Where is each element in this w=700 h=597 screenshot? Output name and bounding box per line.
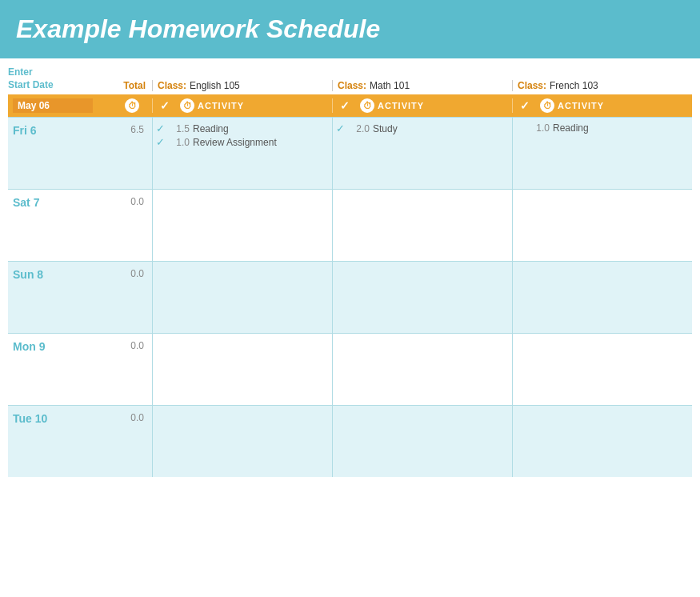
- class-data-segment: [512, 190, 692, 261]
- start-date-label: EnterStart Date: [8, 66, 112, 91]
- activity-entry: ✓1.5Reading: [156, 122, 329, 134]
- column-header-row: May 06 ⏱ ✓ ⏱ ACTIVITY ✓ ⏱ ACTIVITY: [8, 94, 692, 117]
- class-data-segment: [152, 262, 332, 333]
- activity-hours: 1.0: [172, 137, 190, 148]
- activity-label-math: ACTIVITY: [378, 101, 512, 110]
- activity-name: Reading: [193, 123, 229, 134]
- clock-icon-math: ⏱: [360, 98, 374, 113]
- class-label-2: Class:: [338, 80, 366, 91]
- class-header-english: Class: English 105: [152, 80, 332, 91]
- data-rows: Fri 66.5✓1.5Reading✓1.0Review Assignment…: [8, 117, 692, 477]
- total-label: Total: [112, 80, 152, 91]
- class-data-segment: [512, 334, 692, 405]
- class-data-segment: [332, 262, 512, 333]
- check-icon: ✓: [156, 122, 169, 134]
- class-header-math: Class: Math 101: [332, 80, 512, 91]
- class-data-segment: [332, 334, 512, 405]
- activity-hours: 1.5: [172, 123, 190, 134]
- table-row: Tue 100.0: [8, 405, 692, 477]
- class-name-3: French 103: [550, 80, 598, 91]
- class-name-2: Math 101: [370, 80, 410, 91]
- class-label-3: Class:: [518, 80, 546, 91]
- day-label: Tue 10: [8, 406, 112, 477]
- check-icon: ✓: [156, 136, 169, 148]
- total-value: 0.0: [112, 406, 152, 477]
- day-label: Fri 6: [8, 118, 112, 189]
- class-header-french: Class: French 103: [512, 80, 692, 91]
- activity-hours: 2.0: [352, 123, 370, 134]
- class-data-segment: [152, 406, 332, 477]
- table-row: Mon 90.0: [8, 333, 692, 405]
- col-check-english: ✓: [153, 99, 177, 112]
- class-data-segment: 1.0Reading: [512, 118, 692, 189]
- activity-label-english: ACTIVITY: [198, 101, 332, 110]
- activity-entry: 1.0Reading: [516, 122, 689, 134]
- total-value: 0.0: [112, 334, 152, 405]
- col-check-math: ✓: [333, 99, 357, 112]
- checkmark-icon-english: ✓: [160, 99, 170, 112]
- checkmark-icon-math: ✓: [340, 99, 350, 112]
- activity-label-french: ACTIVITY: [558, 101, 692, 110]
- table-row: Fri 66.5✓1.5Reading✓1.0Review Assignment…: [8, 117, 692, 189]
- col-segment-math: ✓ ⏱ ACTIVITY: [332, 98, 512, 113]
- day-label: Sat 7: [8, 190, 112, 261]
- activity-name: Reading: [553, 122, 589, 134]
- class-data-segment: [152, 334, 332, 405]
- table-row: Sun 80.0: [8, 261, 692, 333]
- total-clock-icon: ⏱: [125, 98, 139, 113]
- activity-entry: ✓2.0Study: [336, 122, 509, 134]
- total-value: 0.0: [112, 190, 152, 261]
- class-headers: Class: English 105 Class: Math 101 Class…: [152, 80, 692, 91]
- page-title: Example Homework Schedule: [16, 14, 684, 44]
- col-clock-english: ⏱: [177, 98, 198, 113]
- class-data-segment: [332, 190, 512, 261]
- class-label-1: Class:: [158, 80, 186, 91]
- start-date-input[interactable]: May 06: [13, 98, 93, 113]
- activity-entry: ✓1.0Review Assignment: [156, 136, 329, 148]
- activity-name: Review Assignment: [193, 137, 277, 148]
- table-row: Sat 70.0: [8, 189, 692, 261]
- class-data-segment: [512, 406, 692, 477]
- total-value: 0.0: [112, 262, 152, 333]
- class-data-segment: [152, 190, 332, 261]
- clock-icon-french: ⏱: [540, 98, 554, 113]
- col-clock-math: ⏱: [357, 98, 378, 113]
- total-value: 6.5: [112, 118, 152, 189]
- activity-name: Study: [373, 123, 398, 134]
- col-check-french: ✓: [513, 99, 537, 112]
- day-label: Sun 8: [8, 262, 112, 333]
- col-clock-french: ⏱: [537, 98, 558, 113]
- class-name-1: English 105: [190, 80, 240, 91]
- date-input-cell[interactable]: May 06: [8, 98, 112, 113]
- class-data-segment: [512, 262, 692, 333]
- day-label: Mon 9: [8, 334, 112, 405]
- header: Example Homework Schedule: [0, 0, 700, 58]
- total-clock-cell: ⏱: [112, 98, 152, 113]
- clock-icon-english: ⏱: [180, 98, 194, 113]
- col-segment-english: ✓ ⏱ ACTIVITY: [152, 98, 332, 113]
- class-data-segment: [332, 406, 512, 477]
- class-data-segment: ✓2.0Study: [332, 118, 512, 189]
- col-segment-french: ✓ ⏱ ACTIVITY: [512, 98, 692, 113]
- activity-hours: 1.0: [532, 122, 550, 134]
- check-icon: ✓: [336, 122, 349, 134]
- class-data-segment: ✓1.5Reading✓1.0Review Assignment: [152, 118, 332, 189]
- checkmark-icon-french: ✓: [520, 99, 530, 112]
